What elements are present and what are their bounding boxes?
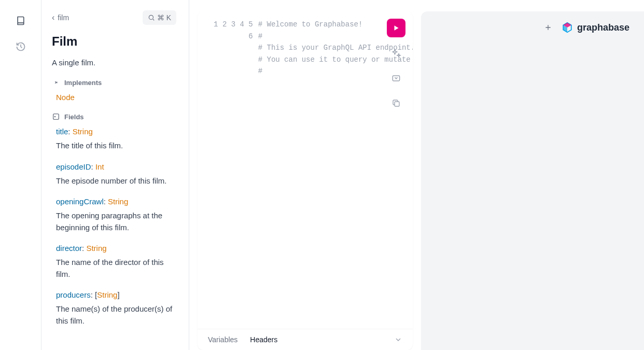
breadcrumb[interactable]: ‹ film	[52, 13, 69, 22]
implements-label: Implements	[64, 79, 102, 87]
left-rail	[0, 0, 41, 350]
field-type-link[interactable]: String	[97, 290, 117, 299]
fields-section-label: Fields	[52, 113, 176, 121]
breadcrumb-label: film	[58, 13, 69, 22]
chevron-left-icon: ‹	[52, 13, 54, 22]
svg-point-4	[54, 116, 55, 117]
sparkle-icon	[391, 48, 401, 59]
execute-button[interactable]	[387, 19, 405, 37]
svg-point-2	[55, 82, 56, 82]
field-name-link[interactable]: episodeID	[56, 162, 91, 171]
field-name-link[interactable]: director	[56, 244, 82, 253]
add-tab-button[interactable]	[544, 23, 552, 32]
schema-title: Film	[52, 34, 176, 49]
schema-description: A single film.	[52, 58, 176, 67]
field-type-link[interactable]: String	[108, 197, 128, 206]
search-button[interactable]: ⌘ K	[143, 10, 176, 25]
field-entry: producers: [String]The name(s) of the pr…	[56, 290, 176, 327]
play-icon	[393, 24, 400, 32]
merge-button[interactable]	[387, 69, 405, 87]
search-shortcut: ⌘ K	[157, 13, 171, 22]
fields-label: Fields	[64, 113, 84, 121]
tabs-expand-button[interactable]	[394, 335, 402, 344]
field-description: The title of this film.	[56, 140, 176, 152]
field-entry: episodeID: IntThe episode number of this…	[56, 162, 176, 187]
svg-rect-6	[395, 102, 399, 106]
svg-point-0	[149, 15, 153, 19]
field-name-link[interactable]: title	[56, 127, 68, 136]
field-description: The name of the director of this film.	[56, 257, 176, 280]
field-description: The episode number of this film.	[56, 175, 176, 187]
brand-logo-icon	[562, 22, 573, 33]
copy-button[interactable]	[387, 94, 405, 112]
search-icon	[148, 14, 155, 21]
field-entry: title: StringThe title of this film.	[56, 127, 176, 152]
implements-type-link[interactable]: Node	[56, 93, 75, 102]
field-type-link[interactable]: String	[73, 127, 93, 136]
prettify-button[interactable]	[387, 45, 405, 62]
field-name-link[interactable]: openingCrawl	[56, 197, 104, 206]
field-entry: openingCrawl: StringThe opening paragrap…	[56, 197, 176, 233]
implements-section-label: Implements	[52, 78, 176, 87]
field-name-link[interactable]: producers	[56, 290, 91, 299]
implements-icon	[52, 78, 60, 87]
chevron-down-icon	[394, 335, 402, 344]
field-type-link[interactable]: Int	[95, 162, 104, 171]
copy-icon	[391, 99, 401, 108]
brand-name: graphabase	[577, 22, 629, 33]
tab-variables[interactable]: Variables	[208, 335, 237, 344]
field-description: The opening paragraphs at the beginning …	[56, 210, 176, 233]
field-entry: director: StringThe name of the director…	[56, 244, 176, 280]
fields-icon	[52, 113, 60, 121]
svg-rect-3	[53, 114, 59, 120]
editor-panel: 1 2 3 4 5 6 # Welcome to Graphabase! # #…	[189, 0, 421, 350]
plus-icon	[544, 23, 552, 32]
response-panel: graphabase	[421, 11, 644, 350]
tab-headers[interactable]: Headers	[250, 335, 277, 344]
line-gutter: 1 2 3 4 5 6	[202, 19, 258, 329]
schema-panel: ‹ film ⌘ K Film A single film. Implement…	[41, 0, 189, 350]
field-type-link[interactable]: String	[86, 244, 106, 253]
fields-list: title: StringThe title of this film.epis…	[52, 127, 176, 327]
history-icon[interactable]	[16, 41, 26, 52]
field-description: The name(s) of the producer(s) of this f…	[56, 303, 176, 327]
merge-icon	[391, 73, 401, 83]
code-editor[interactable]: 1 2 3 4 5 6 # Welcome to Graphabase! # #…	[198, 11, 413, 329]
brand-link[interactable]: graphabase	[562, 22, 629, 33]
docs-icon[interactable]	[16, 16, 26, 26]
